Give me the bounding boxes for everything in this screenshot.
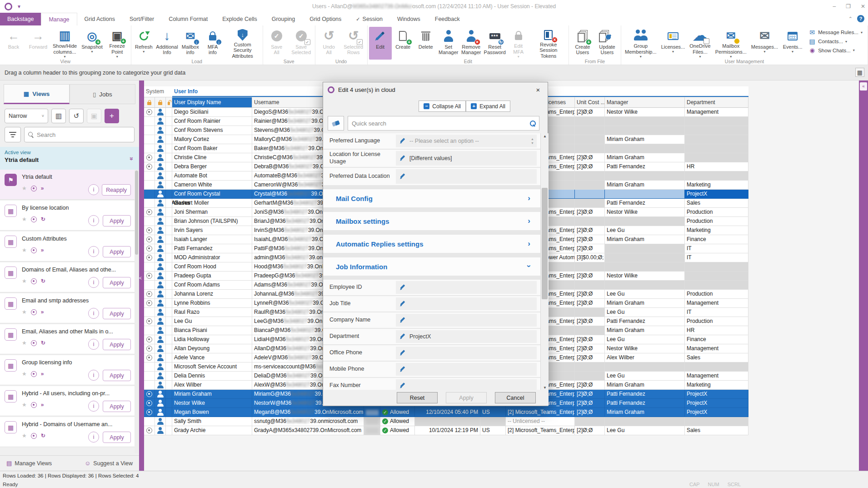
display-name-cell[interactable]: Conf Room Stevens xyxy=(172,126,252,135)
field-input-preferred-data-location[interactable] xyxy=(396,169,537,184)
contacts-button[interactable]: ▤Contacts...▾ xyxy=(808,38,863,45)
display-name-cell[interactable]: Patti Fernandez xyxy=(172,244,252,253)
favorite-star-icon[interactable]: ★ xyxy=(22,216,27,222)
mailbox-info-button[interactable]: ✉↓Mailbox info xyxy=(179,27,201,60)
edit-pencil-icon[interactable] xyxy=(399,156,405,161)
edit-mfa-button[interactable]: Edit MFA▾ xyxy=(507,27,530,60)
favorite-star-icon[interactable]: ★ xyxy=(22,309,27,315)
display-name-cell[interactable]: Microsoft Service Account xyxy=(172,362,252,372)
apply-view-button[interactable]: Apply xyxy=(103,277,131,288)
column-header-pad[interactable] xyxy=(166,97,172,108)
reset-password-button[interactable]: ***↻Reset Password xyxy=(483,27,507,60)
collapse-all-button[interactable]: − Collapse All xyxy=(419,101,466,112)
view-info-button[interactable]: i xyxy=(88,246,99,257)
display-name-cell[interactable]: Megan Bowen xyxy=(172,408,252,417)
row-select-cell[interactable] xyxy=(144,208,155,217)
collapse-ribbon-icon[interactable]: ⌃ xyxy=(848,16,853,22)
view-card-email-and-smtp-addresses[interactable]: ▦Email and smtp addresses★»iApply xyxy=(0,293,135,323)
row-select-cell[interactable] xyxy=(144,117,155,126)
edit-pencil-icon[interactable] xyxy=(399,367,405,372)
row-select-cell[interactable] xyxy=(144,144,155,153)
display-name-cell[interactable]: Adele Vance xyxy=(172,353,252,362)
column-header-unit[interactable]: Unit Cost ... xyxy=(575,97,605,108)
collapse-panel-strip[interactable]: < xyxy=(139,80,144,471)
favorite-star-icon[interactable]: ★ xyxy=(22,371,27,377)
edit-button[interactable]: Edit xyxy=(369,27,392,60)
row-select-cell[interactable] xyxy=(144,135,155,144)
display-name-cell[interactable]: Lee Gu xyxy=(172,317,252,326)
field-input-company-name[interactable] xyxy=(396,314,537,327)
sidebar-tab-views[interactable]: ▦Views xyxy=(4,84,70,104)
row-select-cell[interactable] xyxy=(144,253,155,262)
column-header-mgr[interactable]: Manager xyxy=(605,97,685,108)
row-select-cell[interactable] xyxy=(144,272,155,281)
display-name-cell[interactable]: Christie Cline xyxy=(172,153,252,162)
view-card-hybrid-domains-of-username-an[interactable]: ▦Hybrid - Domains of Username an...★↻iAp… xyxy=(0,417,135,447)
display-name-cell[interactable]: Nestor Wilke xyxy=(172,399,252,408)
row-select-cell[interactable] xyxy=(144,290,155,299)
delete-button[interactable]: Delete xyxy=(414,27,437,60)
view-info-button[interactable]: i xyxy=(88,432,99,443)
forward-button[interactable]: →Forward xyxy=(26,27,50,60)
back-button[interactable]: ←Back xyxy=(1,27,26,60)
column-header-dept[interactable]: Department xyxy=(685,97,748,108)
suggest-a-view-link[interactable]: ☺Suggest a View xyxy=(85,460,133,467)
display-name-cell[interactable]: Brian Johnson (TAILSPIN) xyxy=(172,217,252,226)
row-select-cell[interactable] xyxy=(144,408,155,417)
messages-button[interactable]: ✉Messages...▾ xyxy=(749,27,780,60)
tab-grid-options[interactable]: Grid Options xyxy=(302,13,349,25)
apply-view-button[interactable]: Apply xyxy=(103,308,131,319)
row-select-cell[interactable] xyxy=(144,171,155,181)
column-header-sel[interactable] xyxy=(144,97,155,108)
display-name-cell[interactable]: Bianca Pisani xyxy=(172,326,252,335)
views-scrollbar[interactable] xyxy=(135,170,139,453)
section-mailbox-settings[interactable]: Mailbox settings› xyxy=(323,211,540,231)
clear-search-button[interactable] xyxy=(328,116,344,131)
row-select-cell[interactable] xyxy=(144,199,155,208)
display-name-cell[interactable]: Diego Siciliani xyxy=(172,108,252,117)
save-selected-button[interactable]: ✓✓Save Selected xyxy=(289,27,314,60)
refresh-button[interactable]: Refresh▾ xyxy=(133,27,155,60)
row-select-cell[interactable] xyxy=(144,262,155,272)
dialog-close-button[interactable]: × xyxy=(533,85,543,95)
section-mail-config[interactable]: Mail Config› xyxy=(323,189,540,208)
tab-sort-filter[interactable]: Sort/Filter xyxy=(122,13,161,25)
tab-backstage[interactable]: Backstage xyxy=(0,13,41,25)
row-select-cell[interactable] xyxy=(144,390,155,399)
display-name-cell[interactable]: Cameron White xyxy=(172,181,252,190)
display-name-cell[interactable]: Mallory Cortez xyxy=(172,135,252,144)
edit-pencil-icon[interactable] xyxy=(399,334,405,340)
row-select-cell[interactable] xyxy=(144,190,155,199)
edit-pencil-icon[interactable] xyxy=(399,174,405,180)
reapply-view-button[interactable]: Reapply xyxy=(102,184,131,196)
selected-rows-button[interactable]: ↺✓Selected Rows xyxy=(341,27,366,60)
favorite-star-icon[interactable]: ★ xyxy=(22,185,27,191)
row-select-cell[interactable] xyxy=(144,217,155,226)
display-name-cell[interactable]: Allan Deyoung xyxy=(172,344,252,353)
reset-view-button[interactable]: ↺ xyxy=(69,109,84,123)
view-info-button[interactable]: i xyxy=(88,401,99,412)
grouping-zone[interactable]: Drag a column header to this grouping zo… xyxy=(0,65,868,80)
field-input-employee-id[interactable] xyxy=(396,281,537,294)
username-cell[interactable]: MeganB@M365x34802739.OnMicrosoft.com xyxy=(252,408,364,417)
user-row-grady-archie[interactable]: Grady ArchieGradyA@M365x34802739.OnMicro… xyxy=(144,426,748,435)
freeze-point-button[interactable]: ▣+Freeze Point▾ xyxy=(105,27,130,60)
view-info-button[interactable]: i xyxy=(88,277,99,288)
user-row-sally-smith[interactable]: Sally Smithssnutg@M365x34802739.onmicros… xyxy=(144,417,748,426)
display-name-cell[interactable]: MOD Administrator xyxy=(172,253,252,262)
remove-manager-button[interactable]: ×Remove Manager xyxy=(460,27,483,60)
mfa-info-button[interactable]: ↓MFA info xyxy=(201,27,224,60)
create-button[interactable]: +Create xyxy=(392,27,414,60)
section-automatic-replies-settings[interactable]: Automatic Replies settings› xyxy=(323,234,540,253)
collapse-active-view-icon[interactable]: » xyxy=(128,157,135,161)
filter-views-button[interactable] xyxy=(5,127,21,142)
row-select-cell[interactable] xyxy=(144,335,155,344)
display-name-cell[interactable]: Automate Bot xyxy=(172,171,252,181)
view-card-email-aliases-and-other-mails-in-o[interactable]: ▦Email, Aliases and other Mails in o...★… xyxy=(0,324,135,354)
apply-view-button[interactable]: Apply xyxy=(103,432,131,443)
close-button[interactable]: ✕ xyxy=(861,3,865,10)
dialog-scrollbar[interactable]: ▲ ▼ xyxy=(540,133,549,391)
display-name-cell[interactable]: Johanna Lorenz xyxy=(172,290,252,299)
tab-feedback[interactable]: Feedback xyxy=(428,13,467,25)
tab-windows[interactable]: Windows xyxy=(390,13,428,25)
